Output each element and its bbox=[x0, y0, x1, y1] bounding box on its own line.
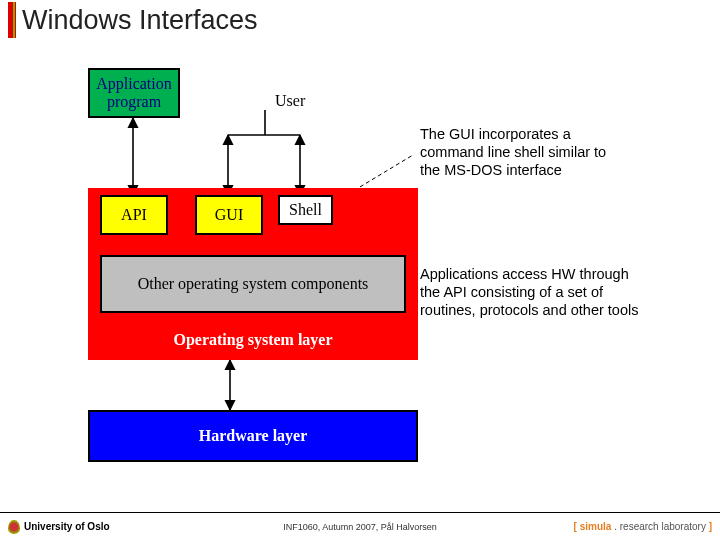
university-crest-icon bbox=[8, 520, 20, 534]
shell-box: Shell bbox=[278, 195, 333, 225]
footer-university: University of Oslo bbox=[24, 521, 110, 532]
user-label: User bbox=[275, 92, 305, 110]
gui-note: The GUI incorporates a command line shel… bbox=[420, 125, 630, 179]
footer: University of Oslo INF1060, Autumn 2007,… bbox=[0, 512, 720, 540]
footer-left: University of Oslo bbox=[0, 520, 110, 534]
other-os-components-box: Other operating system components bbox=[100, 255, 406, 313]
gui-box: GUI bbox=[195, 195, 263, 235]
os-layer-label: Operating system layer bbox=[88, 320, 418, 360]
footer-bracket-close: ] bbox=[706, 521, 712, 532]
title-bar: Windows Interfaces bbox=[0, 0, 720, 40]
title-accent-icon bbox=[8, 2, 16, 38]
diagram-canvas: Application program User API GUI Shell O… bbox=[0, 40, 720, 500]
footer-simula: simula bbox=[580, 521, 612, 532]
hardware-layer-box: Hardware layer bbox=[88, 410, 418, 462]
page-title: Windows Interfaces bbox=[22, 5, 258, 36]
api-note: Applications access HW through the API c… bbox=[420, 265, 650, 319]
footer-center: INF1060, Autumn 2007, Pål Halvorsen bbox=[283, 522, 437, 532]
application-program-box: Application program bbox=[88, 68, 180, 118]
footer-right: [ simula . research laboratory ] bbox=[574, 521, 712, 532]
footer-dot: . bbox=[611, 521, 619, 532]
api-box: API bbox=[100, 195, 168, 235]
footer-research: research laboratory bbox=[620, 521, 706, 532]
